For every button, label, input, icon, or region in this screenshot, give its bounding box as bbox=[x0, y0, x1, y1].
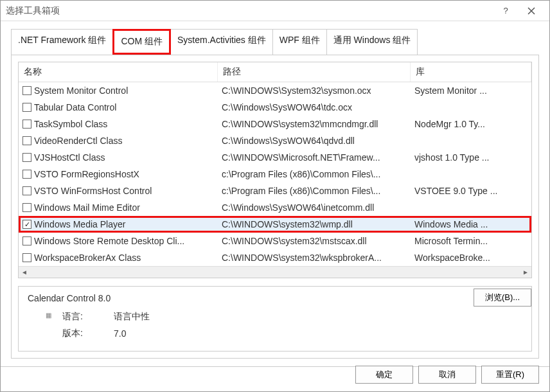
cell-name: Tabular Data Control bbox=[19, 100, 218, 114]
row-name-text: Windows Media Player bbox=[34, 219, 125, 229]
row-checkbox[interactable] bbox=[22, 120, 31, 129]
row-checkbox[interactable] bbox=[22, 236, 31, 245]
cell-library: Windows Media ... bbox=[411, 217, 531, 231]
cell-path: C:\WINDOWS\Microsoft.NET\Framew... bbox=[218, 150, 411, 165]
row-name-text: VideoRenderCtl Class bbox=[34, 136, 122, 146]
dialog-window: 选择工具箱项 ? .NET Framework 组件 COM 组件 System… bbox=[0, 0, 550, 392]
column-name[interactable]: 名称 bbox=[19, 62, 218, 82]
close-icon bbox=[528, 7, 535, 15]
cell-path: c:\Program Files (x86)\Common Files\... bbox=[218, 184, 411, 198]
table-row[interactable]: Tabular Data ControlC:\Windows\SysWOW64\… bbox=[19, 99, 531, 116]
cell-library: Microsoft Termin... bbox=[411, 234, 531, 248]
cell-library bbox=[411, 105, 531, 109]
tab-wpf[interactable]: WPF 组件 bbox=[272, 29, 327, 55]
horizontal-scrollbar[interactable]: ◄ ► bbox=[19, 266, 531, 278]
row-name-text: Tabular Data Control bbox=[34, 102, 116, 112]
cell-name: VideoRenderCtl Class bbox=[19, 134, 218, 148]
tab-net-framework[interactable]: .NET Framework 组件 bbox=[11, 29, 113, 55]
cell-path: C:\Windows\SysWOW64\qdvd.dll bbox=[218, 134, 411, 148]
table-row[interactable]: Windows Mail Mime EditorC:\Windows\SysWO… bbox=[19, 199, 531, 216]
reset-button[interactable]: 重置(R) bbox=[481, 366, 539, 384]
cell-library: vjshost 1.0 Type ... bbox=[411, 150, 531, 165]
version-label: 版本: bbox=[62, 328, 114, 339]
cell-library: WorkspaceBroke... bbox=[411, 251, 531, 265]
dialog-content: .NET Framework 组件 COM 组件 System.Activiti… bbox=[1, 21, 549, 375]
cell-path: C:\WINDOWS\system32\wkspbrokerA... bbox=[218, 251, 411, 265]
table-row[interactable]: VideoRenderCtl ClassC:\Windows\SysWOW64\… bbox=[19, 132, 531, 149]
scroll-right-icon[interactable]: ► bbox=[520, 267, 531, 278]
row-checkbox[interactable] bbox=[22, 136, 31, 145]
close-button[interactable] bbox=[519, 2, 544, 20]
ok-button[interactable]: 确定 bbox=[355, 366, 413, 384]
component-icon: ▦ bbox=[46, 312, 56, 322]
cell-library: System Monitor ... bbox=[411, 84, 531, 98]
cell-name: Windows Store Remote Desktop Cli... bbox=[19, 234, 218, 248]
cell-path: C:\WINDOWS\system32\wmp.dll bbox=[218, 217, 411, 231]
cell-path: c:\Program Files (x86)\Common Files\... bbox=[218, 167, 411, 181]
row-name-text: VSTO FormRegionsHostX bbox=[34, 169, 139, 179]
table-row[interactable]: TaskSymbol ClassC:\WINDOWS\system32\mmcn… bbox=[19, 116, 531, 132]
table-row[interactable]: VJSHostCtl ClassC:\WINDOWS\Microsoft.NET… bbox=[19, 149, 531, 166]
cell-name: VJSHostCtl Class bbox=[19, 150, 218, 165]
column-path[interactable]: 路径 bbox=[218, 62, 411, 82]
cell-name: System Monitor Control bbox=[19, 84, 218, 98]
table-row[interactable]: System Monitor ControlC:\WINDOWS\System3… bbox=[19, 82, 531, 99]
titlebar: 选择工具箱项 ? bbox=[1, 1, 549, 21]
cell-library: NodeMgr 1.0 Ty... bbox=[411, 117, 531, 131]
row-name-text: TaskSymbol Class bbox=[34, 119, 107, 129]
cell-name: WorkspaceBrokerAx Class bbox=[19, 251, 218, 265]
grid-header: 名称 路径 库 bbox=[19, 62, 531, 82]
row-checkbox[interactable] bbox=[22, 153, 31, 162]
cell-path: C:\Windows\SysWOW64\inetcomm.dll bbox=[218, 200, 411, 215]
table-row[interactable]: VSTO WinFormsHost Controlc:\Program File… bbox=[19, 183, 531, 199]
tab-com-components[interactable]: COM 组件 bbox=[112, 29, 171, 55]
cell-library bbox=[411, 172, 531, 176]
window-title: 选择工具箱项 bbox=[6, 5, 493, 17]
cell-library bbox=[411, 139, 531, 143]
cell-path: C:\WINDOWS\System32\sysmon.ocx bbox=[218, 84, 411, 98]
detail-panel: Calendar Control 8.0 ▦ 语言: 语言中性 版本: 7.0 bbox=[18, 286, 532, 352]
component-grid: 名称 路径 库 System Monitor ControlC:\WINDOWS… bbox=[18, 62, 532, 278]
cell-name: TaskSymbol Class bbox=[19, 117, 218, 131]
grid-body: System Monitor ControlC:\WINDOWS\System3… bbox=[19, 82, 531, 266]
list-container: 名称 路径 库 System Monitor ControlC:\WINDOWS… bbox=[11, 55, 539, 359]
cell-path: C:\WINDOWS\system32\mmcndmgr.dll bbox=[218, 117, 411, 131]
column-library[interactable]: 库 bbox=[411, 62, 531, 82]
row-checkbox[interactable] bbox=[22, 86, 31, 95]
language-label: 语言: bbox=[62, 311, 114, 323]
row-checkbox[interactable] bbox=[22, 220, 31, 229]
row-name-text: VSTO WinFormsHost Control bbox=[34, 186, 152, 196]
table-row[interactable]: Windows Media PlayerC:\WINDOWS\system32\… bbox=[19, 216, 531, 233]
tab-universal-windows[interactable]: 通用 Windows 组件 bbox=[326, 29, 418, 55]
row-checkbox[interactable] bbox=[22, 103, 31, 112]
language-value: 语言中性 bbox=[114, 311, 150, 323]
help-button[interactable]: ? bbox=[493, 2, 519, 20]
cell-library: VSTOEE 9.0 Type ... bbox=[411, 184, 531, 198]
cell-name: Windows Media Player bbox=[19, 217, 218, 231]
scroll-left-icon[interactable]: ◄ bbox=[19, 267, 30, 278]
row-checkbox[interactable] bbox=[22, 186, 31, 195]
table-row[interactable]: Windows Store Remote Desktop Cli...C:\WI… bbox=[19, 233, 531, 249]
row-name-text: System Monitor Control bbox=[34, 85, 128, 96]
dialog-buttons: 确定 取消 重置(R) bbox=[355, 366, 539, 384]
row-checkbox[interactable] bbox=[22, 203, 31, 212]
tab-strip: .NET Framework 组件 COM 组件 System.Activiti… bbox=[11, 29, 539, 55]
help-icon: ? bbox=[503, 6, 508, 15]
tab-system-activities[interactable]: System.Activities 组件 bbox=[170, 29, 273, 55]
detail-title: Calendar Control 8.0 bbox=[28, 293, 522, 303]
table-row[interactable]: WorkspaceBrokerAx ClassC:\WINDOWS\system… bbox=[19, 249, 531, 266]
row-checkbox[interactable] bbox=[22, 170, 31, 179]
row-name-text: Windows Store Remote Desktop Cli... bbox=[34, 236, 184, 246]
cell-library bbox=[411, 206, 531, 209]
version-value: 7.0 bbox=[114, 328, 126, 339]
cancel-button[interactable]: 取消 bbox=[418, 366, 476, 384]
row-name-text: Windows Mail Mime Editor bbox=[34, 202, 140, 213]
cell-path: C:\Windows\SysWOW64\tdc.ocx bbox=[218, 100, 411, 114]
row-name-text: VJSHostCtl Class bbox=[34, 152, 105, 163]
cell-name: Windows Mail Mime Editor bbox=[19, 200, 218, 215]
cell-name: VSTO WinFormsHost Control bbox=[19, 184, 218, 198]
table-row[interactable]: VSTO FormRegionsHostXc:\Program Files (x… bbox=[19, 166, 531, 183]
row-checkbox[interactable] bbox=[22, 253, 31, 262]
cell-name: VSTO FormRegionsHostX bbox=[19, 167, 218, 181]
browse-button[interactable]: 浏览(B)... bbox=[474, 289, 531, 307]
